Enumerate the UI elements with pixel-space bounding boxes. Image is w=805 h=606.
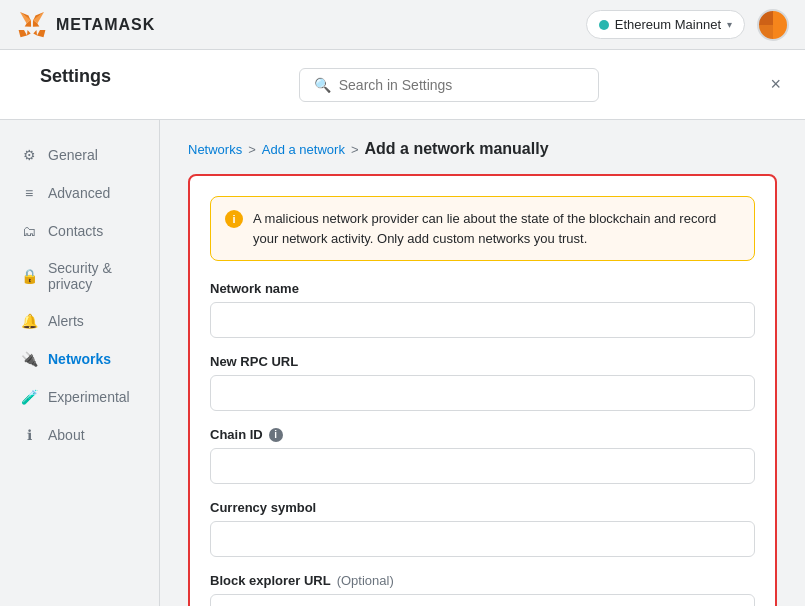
svg-marker-2	[37, 30, 45, 37]
chain-id-input[interactable]	[210, 448, 755, 484]
search-bar[interactable]: 🔍	[299, 68, 599, 102]
sidebar-item-label: Advanced	[48, 185, 110, 201]
network-name-input[interactable]	[210, 302, 755, 338]
settings-sidebar: ⚙ General ≡ Advanced 🗂 Contacts 🔒 Securi…	[0, 120, 160, 606]
breadcrumb-add-network[interactable]: Add a network	[262, 142, 345, 157]
block-explorer-label: Block explorer URL (Optional)	[210, 573, 755, 588]
chain-id-group: Chain ID i	[210, 427, 755, 484]
svg-marker-3	[19, 30, 27, 37]
network-icon: 🔌	[20, 350, 38, 368]
info-icon: ℹ	[20, 426, 38, 444]
breadcrumb: Networks > Add a network > Add a network…	[188, 140, 777, 158]
flask-icon: 🧪	[20, 388, 38, 406]
network-status-dot	[599, 20, 609, 30]
block-explorer-url-input[interactable]	[210, 594, 755, 606]
warning-box: i A malicious network provider can lie a…	[210, 196, 755, 261]
settings-body: ⚙ General ≡ Advanced 🗂 Contacts 🔒 Securi…	[0, 120, 805, 606]
sidebar-item-alerts[interactable]: 🔔 Alerts	[4, 302, 155, 340]
breadcrumb-current: Add a network manually	[364, 140, 548, 158]
sidebar-item-label: Alerts	[48, 313, 84, 329]
svg-marker-7	[33, 30, 37, 35]
sidebar-item-advanced[interactable]: ≡ Advanced	[4, 174, 155, 212]
close-button[interactable]: ×	[770, 74, 781, 95]
account-avatar[interactable]	[757, 9, 789, 41]
sidebar-item-security[interactable]: 🔒 Security &privacy	[4, 250, 155, 302]
breadcrumb-networks[interactable]: Networks	[188, 142, 242, 157]
add-network-form: i A malicious network provider can lie a…	[188, 174, 777, 606]
sidebar-item-label: About	[48, 427, 85, 443]
settings-panel: Networks > Add a network > Add a network…	[160, 120, 805, 606]
chevron-down-icon: ▾	[727, 19, 732, 30]
sidebar-item-label: Contacts	[48, 223, 103, 239]
network-name-label: Network name	[210, 281, 755, 296]
search-input[interactable]	[339, 77, 584, 93]
sidebar-item-label: Security &privacy	[48, 260, 112, 292]
contacts-icon: 🗂	[20, 222, 38, 240]
search-icon: 🔍	[314, 77, 331, 93]
breadcrumb-sep-1: >	[248, 142, 256, 157]
sidebar-item-contacts[interactable]: 🗂 Contacts	[4, 212, 155, 250]
app-header: METAMASK Ethereum Mainnet ▾	[0, 0, 805, 50]
metamask-logo-icon	[16, 9, 48, 41]
settings-title: Settings	[24, 66, 127, 103]
warning-icon: i	[225, 210, 243, 228]
advanced-icon: ≡	[20, 184, 38, 202]
breadcrumb-sep-2: >	[351, 142, 359, 157]
warning-text: A malicious network provider can lie abo…	[253, 209, 740, 248]
app-title: METAMASK	[56, 16, 155, 34]
network-name-group: Network name	[210, 281, 755, 338]
sidebar-item-label: General	[48, 147, 98, 163]
sidebar-item-networks[interactable]: 🔌 Networks	[4, 340, 155, 378]
chain-id-info-icon[interactable]: i	[269, 428, 283, 442]
rpc-url-group: New RPC URL	[210, 354, 755, 411]
settings-header: Settings 🔍 ×	[0, 50, 805, 120]
network-name-label: Ethereum Mainnet	[615, 17, 721, 32]
currency-symbol-label: Currency symbol	[210, 500, 755, 515]
gear-icon: ⚙	[20, 146, 38, 164]
chain-id-label: Chain ID i	[210, 427, 755, 442]
bell-icon: 🔔	[20, 312, 38, 330]
network-selector[interactable]: Ethereum Mainnet ▾	[586, 10, 745, 39]
sidebar-item-label: Experimental	[48, 389, 130, 405]
svg-marker-6	[27, 30, 31, 35]
rpc-url-input[interactable]	[210, 375, 755, 411]
sidebar-item-general[interactable]: ⚙ General	[4, 136, 155, 174]
logo-area: METAMASK	[16, 9, 155, 41]
sidebar-item-experimental[interactable]: 🧪 Experimental	[4, 378, 155, 416]
sidebar-item-about[interactable]: ℹ About	[4, 416, 155, 454]
currency-symbol-input[interactable]	[210, 521, 755, 557]
currency-symbol-group: Currency symbol	[210, 500, 755, 557]
sidebar-item-label: Networks	[48, 351, 111, 367]
rpc-url-label: New RPC URL	[210, 354, 755, 369]
lock-icon: 🔒	[20, 267, 38, 285]
block-explorer-optional: (Optional)	[337, 573, 394, 588]
header-controls: Ethereum Mainnet ▾	[586, 9, 789, 41]
settings-layout: Settings 🔍 × ⚙ General ≡ Advanced 🗂 Cont…	[0, 50, 805, 606]
block-explorer-group: Block explorer URL (Optional)	[210, 573, 755, 606]
